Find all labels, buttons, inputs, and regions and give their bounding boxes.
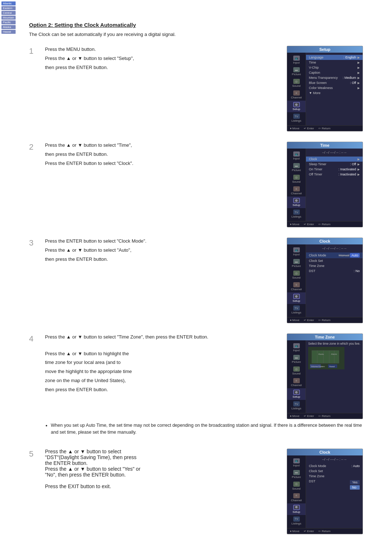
page-content: Option 2: Setting the Clock Automaticall… — [0, 0, 392, 535]
date-display-3: --/ --/ ----/ -- : -- -- — [309, 247, 360, 250]
tv-footer-1: ♦ Move ↵ Enter ⇦ Return — [287, 125, 363, 131]
tv-ui-2: Time 📺 Input ▬ Picture ◎ Sound — [287, 142, 363, 227]
menu-row-ontimer: On Timer : Inactivated ▶ — [309, 167, 360, 172]
svg-text:Hawaii: Hawaii — [329, 365, 335, 368]
sound-icon-3: ◎ — [293, 271, 300, 276]
tv-footer-4: ♦ Move ↵ Enter ⇦ Return — [287, 413, 363, 419]
sidebar-input-4: 📺 Input — [287, 342, 306, 353]
sidebar-listings-5: TV Listings — [287, 515, 306, 527]
sidebar-input-2: 📺 Input — [287, 150, 306, 162]
sidebar-setup-5: ⚙ Setup — [287, 503, 306, 515]
sidebar-input: 📺 Input — [287, 54, 306, 66]
sidebar-listings-3: TV Listings — [287, 304, 306, 316]
listings-icon-5: TV — [293, 516, 300, 522]
sidebar-sound-1: ◎ Sound — [287, 77, 306, 89]
step-2-image: Time 📺 Input ▬ Picture ◎ Sound — [287, 142, 363, 227]
input-icon-5: 📺 — [293, 458, 300, 463]
menu-row-language: Language : English ▶ — [306, 55, 363, 60]
setup-icon: ⚙ — [293, 102, 300, 107]
tv-sidebar-5: 📺 Input ▬ Picture ◎ Sound ≡ — [287, 455, 306, 528]
tv-title-5: Clock — [287, 449, 363, 455]
tv-main-2: --/ --/ ----/ -- : -- -- Clock ▶ Sleep T… — [306, 149, 363, 221]
picture-icon-2: ▬ — [293, 163, 300, 168]
tv-sidebar-2: 📺 Input ▬ Picture ◎ Sound ≡ — [287, 149, 306, 221]
sidebar-input-3: 📺 Input — [287, 246, 306, 258]
menu-row-offtimer: Off Timer : Inactivated ▶ — [309, 172, 360, 177]
menu-row-menutrans: Menu Transparency : Medium ▶ — [309, 75, 360, 80]
setup-icon-2: ⚙ — [293, 198, 300, 203]
menu-row-timezone-3: Time Zone — [309, 263, 360, 268]
date-display-5: --/ --/ ----/ -- : -- -- — [309, 458, 360, 461]
menu-row-dst-5: DST Yes No — [309, 479, 360, 490]
tv-ui-4: Time Zone 📺 Input ▬ Picture — [287, 333, 363, 419]
us-map-svg: Alaska Atlantic Volumes Eastern Hawaii — [308, 347, 344, 369]
setup-icon-5: ⚙ — [293, 505, 300, 510]
tz-map-area: Alaska Atlantic Volumes Eastern Hawaii — [308, 347, 360, 370]
sidebar-channel-3: ≡ Channel — [287, 281, 306, 292]
menu-row-more: ▼ More — [309, 90, 360, 96]
step-1-row: 1 Press the MENU button. Press the ▲ or … — [29, 46, 363, 131]
sound-icon-4: ◎ — [293, 366, 300, 372]
menu-row-clock: Clock ▶ — [306, 157, 363, 162]
step-3-image: Clock 📺 Input ▬ Picture ◎ Soun — [287, 238, 363, 323]
step-4-row: 4 Press the ▲ or ▼ button to select "Tim… — [29, 333, 363, 438]
picture-icon-4: ▬ — [293, 355, 300, 360]
sidebar-sound-4: ◎ Sound — [287, 365, 306, 377]
tv-sidebar-1: 📺 Input ▬ Picture ◎ Sound ≡ — [287, 53, 306, 125]
menu-row-vchip: V-Chip ▶ — [309, 65, 360, 70]
section-title: Option 2: Setting the Clock Automaticall… — [29, 22, 363, 28]
sidebar-setup-2: ⚙ Setup — [287, 196, 306, 208]
dst-no: No — [350, 485, 360, 490]
step-5-row: 5 Press the ▲ or ▼ button to select "DST… — [29, 449, 363, 534]
sidebar-picture-5: ▬ Picture — [287, 469, 306, 480]
sidebar-channel-4: ≡ Channel — [287, 377, 306, 388]
sidebar-sound-2: ◎ Sound — [287, 173, 306, 185]
step-1-text: Press the MENU button. Press the ▲ or ▼ … — [45, 46, 281, 73]
sidebar-picture: ▬ Picture — [287, 66, 306, 77]
sidebar-listings: TV Listings — [287, 112, 306, 124]
tv-title-2: Time — [287, 142, 363, 149]
sidebar-input-5: 📺 Input — [287, 457, 306, 469]
tv-footer-5: ♦ Move ↵ Enter ⇦ Return — [287, 528, 363, 534]
tv-ui-3: Clock 📺 Input ▬ Picture ◎ Soun — [287, 238, 363, 323]
tv-title-3: Clock — [287, 238, 363, 244]
step-4-bullet: When you set up Auto Time, the set time … — [51, 422, 363, 436]
sound-icon: ◎ — [293, 79, 300, 84]
menu-row-colorweakness: Color Weakness ▶ — [309, 85, 360, 90]
step-5-number: 5 — [29, 449, 39, 459]
tv-sidebar-4: 📺 Input ▬ Picture ◎ Sound — [287, 340, 306, 413]
menu-row-sleeptimer: Sleep Timer : Off ▶ — [309, 162, 360, 167]
step-4-content: Press the ▲ or ▼ button to select "Time … — [45, 333, 363, 438]
step-1-number: 1 — [29, 46, 39, 56]
listings-icon-4: TV — [293, 401, 300, 406]
channel-icon-4: ≡ — [293, 378, 300, 383]
setup-icon-4: ⚙ — [293, 390, 300, 395]
step-1-image: Setup 📺 Input ▬ Picture ◎ Soun — [287, 46, 363, 131]
step-3-text: Press the ENTER button to select "Clock … — [45, 238, 281, 264]
input-icon-4: 📺 — [293, 343, 300, 348]
menu-row-clockset-5: Clock Set — [309, 469, 360, 474]
tv-footer-3: ♦ Move ↵ Enter ⇦ Return — [287, 317, 363, 323]
menu-row-bluescreen: Blue Screen : Off ▶ — [309, 80, 360, 85]
step-4-bullet-list: When you set up Auto Time, the set time … — [45, 422, 363, 436]
tv-sidebar-3: 📺 Input ▬ Picture ◎ Sound ≡ — [287, 244, 306, 317]
menu-row-dst-3: DST : No — [309, 268, 360, 273]
tz-instruction: Select the time zone in which you live. — [308, 342, 360, 345]
sidebar-sound-3: ◎ Sound — [287, 269, 306, 281]
dst-options: Yes No — [350, 480, 360, 490]
tv-ui-1: Setup 📺 Input ▬ Picture ◎ Soun — [287, 46, 363, 131]
setup-icon-3: ⚙ — [293, 294, 300, 299]
input-icon-2: 📺 — [293, 151, 300, 157]
channel-icon-5: ≡ — [293, 493, 300, 498]
date-display-2: --/ --/ ----/ -- : -- -- — [309, 151, 360, 154]
step-4-text: Press the ▲ or ▼ button to select "Time … — [45, 333, 281, 395]
menu-row-caption: Caption ▶ — [309, 70, 360, 75]
dst-yes: Yes — [350, 480, 360, 485]
step-2-text: Press the ▲ or ▼ button to select "Time"… — [45, 142, 281, 169]
sidebar-picture-4: ▬ Picture — [287, 353, 306, 365]
sidebar-channel: ≡ Channel — [287, 89, 306, 101]
channel-icon-3: ≡ — [293, 282, 300, 287]
step-3-number: 3 — [29, 238, 39, 248]
sidebar-picture-3: ▬ Picture — [287, 258, 306, 269]
step-4-image: Time Zone 📺 Input ▬ Picture — [287, 333, 363, 419]
